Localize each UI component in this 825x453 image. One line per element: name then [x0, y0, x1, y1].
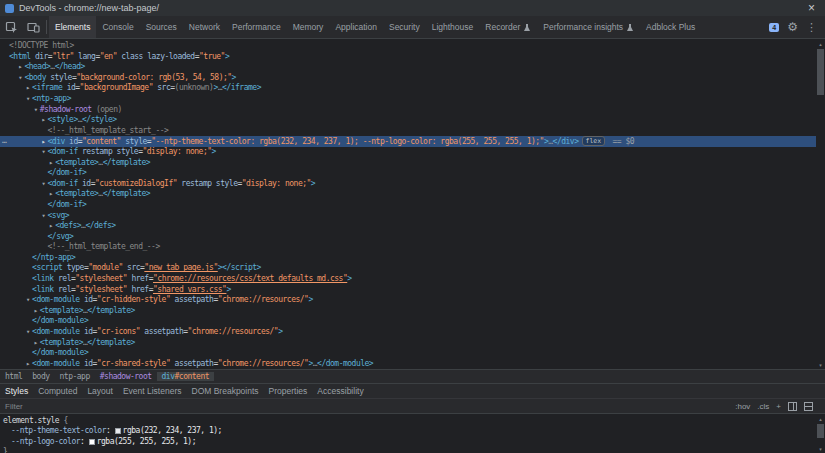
tab-memory[interactable]: Memory: [287, 16, 330, 38]
code-token: </template>: [87, 338, 134, 347]
scroll-down-icon[interactable]: ▾: [816, 444, 825, 453]
twisty-closed-icon[interactable]: ▸: [24, 83, 32, 94]
tab-network[interactable]: Network: [183, 16, 226, 38]
dom-tree-row[interactable]: ▾<ntp-app>: [0, 94, 816, 105]
twisty-closed-icon[interactable]: ▸: [32, 338, 40, 349]
twisty-open-icon[interactable]: ▾: [24, 327, 32, 338]
dom-tree-row[interactable]: ▸<defs>…</defs>: [0, 221, 816, 232]
styles-filter-input[interactable]: [0, 402, 180, 411]
dom-tree-row[interactable]: <link rel="stylesheet" href="chrome://re…: [0, 274, 816, 285]
styles-scrollbar[interactable]: ▴ ▾: [816, 414, 825, 453]
sidebar-tab-properties[interactable]: Properties: [264, 384, 313, 398]
dom-tree-row[interactable]: </dom-if>: [0, 200, 816, 211]
color-swatch[interactable]: [115, 428, 121, 434]
twisty-closed-icon[interactable]: ▸: [40, 115, 48, 126]
color-swatch[interactable]: [89, 439, 95, 445]
sidebar-tab-accessibility[interactable]: Accessibility: [312, 384, 368, 398]
new-style-rule-button[interactable]: +: [776, 402, 781, 411]
dom-tree-row[interactable]: ▾<svg>: [0, 211, 816, 222]
css-property-row[interactable]: --ntp-logo-color: rgba(255, 255, 255, 1)…: [3, 437, 816, 447]
twisty-open-icon[interactable]: ▾: [32, 105, 40, 116]
dom-tree-row[interactable]: ▾#shadow-root (open): [0, 105, 816, 116]
toggle-element-state-button[interactable]: :hov: [735, 402, 750, 411]
dom-tree-row[interactable]: <html dir="ltr" lang="en" class lazy-loa…: [0, 52, 816, 63]
dom-tree-row[interactable]: ▸<head>…</head>: [0, 62, 816, 73]
twisty-closed-icon[interactable]: ▸: [32, 306, 40, 317]
scrollbar-thumb[interactable]: [817, 49, 824, 95]
tab-performance[interactable]: Performance: [226, 16, 287, 38]
flex-badge[interactable]: flex: [582, 136, 606, 146]
sidebar-tab-computed[interactable]: Computed: [33, 384, 82, 398]
twisty-open-icon[interactable]: ▾: [24, 295, 32, 306]
dom-tree-row[interactable]: ▾<dom-if id="customizeDialogIf" restamp …: [0, 179, 816, 190]
dom-tree-row[interactable]: ▾<dom-module id="cr-icons" assetpath="ch…: [0, 327, 816, 338]
dom-tree-row[interactable]: ▾<dom-module id="cr-hidden-style" assetp…: [0, 295, 816, 306]
dom-tree-row[interactable]: ▸<template>…</template>: [0, 306, 816, 317]
dom-tree-row[interactable]: ▾<dom-if restamp style="display: none;">: [0, 147, 816, 158]
twisty-open-icon[interactable]: ▾: [40, 147, 48, 158]
twisty-closed-icon[interactable]: ▸: [47, 158, 55, 169]
computed-sidebar-toggle-icon[interactable]: [788, 402, 797, 411]
scrollbar-thumb[interactable]: [817, 424, 824, 438]
twisty-open-icon[interactable]: ▾: [40, 211, 48, 222]
element-classes-button[interactable]: .cls: [757, 402, 769, 411]
twisty-open-icon[interactable]: ▾: [24, 94, 32, 105]
dom-tree-row[interactable]: <link rel="stylesheet" href="shared_vars…: [0, 285, 816, 296]
dom-tree-row[interactable]: ▸<iframe id="backgroundImage" src=(unkno…: [0, 83, 816, 94]
dom-tree-row[interactable]: <!DOCTYPE html>: [0, 41, 816, 52]
dom-tree-row[interactable]: <!--_html_template_start_-->: [0, 126, 816, 137]
tab-application[interactable]: Application: [329, 16, 383, 38]
dom-tree-row[interactable]: </svg>: [0, 232, 816, 243]
dom-tree-row[interactable]: …▸<div id="content" style="--ntp-theme-t…: [0, 136, 816, 147]
scroll-up-icon[interactable]: ▴: [816, 414, 825, 423]
dom-tree-row[interactable]: ▸<style>…</style>: [0, 115, 816, 126]
dom-tree-row[interactable]: ▸<dom-module id="cr-shared-style" assetp…: [0, 359, 816, 369]
tab-recorder[interactable]: Recorder: [479, 16, 537, 38]
twisty-open-icon[interactable]: ▾: [40, 179, 48, 190]
dom-tree-row[interactable]: </dom-module>: [0, 316, 816, 327]
code-token: <svg>: [48, 211, 70, 220]
breadcrumb-item-ntp-app[interactable]: ntp-app: [55, 372, 95, 381]
code-token: </style>: [82, 115, 117, 124]
sidebar-tab-styles[interactable]: Styles: [0, 384, 33, 398]
tab-security[interactable]: Security: [383, 16, 426, 38]
twisty-closed-icon[interactable]: ▸: [24, 359, 32, 369]
scroll-up-icon[interactable]: ▴: [816, 39, 825, 48]
sidebar-tab-event-listeners[interactable]: Event Listeners: [118, 384, 187, 398]
dom-tree-row[interactable]: ▾<body style="background-color: rgb(53, …: [0, 73, 816, 84]
dom-tree-row[interactable]: <script type="module" src="new_tab_page.…: [0, 263, 816, 274]
dom-tree-row[interactable]: <!--_html_template_end_-->: [0, 242, 816, 253]
tab-adblock-plus[interactable]: Adblock Plus: [640, 16, 701, 38]
breadcrumb-item-html[interactable]: html: [0, 372, 27, 381]
device-toolbar-icon[interactable]: [22, 16, 44, 38]
inspect-icon[interactable]: [0, 16, 22, 38]
code-token: ntp-app: [60, 372, 90, 381]
dom-tree-row[interactable]: </dom-if>: [0, 168, 816, 179]
dom-tree-row[interactable]: </ntp-app>: [0, 253, 816, 264]
dom-tree-row[interactable]: ▸<template>…</template>: [0, 189, 816, 200]
window-close-button[interactable]: ×: [803, 2, 820, 14]
breadcrumb-item-body[interactable]: body: [27, 372, 54, 381]
scroll-down-icon[interactable]: ▾: [816, 360, 825, 369]
sidebar-tab-layout[interactable]: Layout: [82, 384, 118, 398]
dom-tree-row[interactable]: ▸<template>…</template>: [0, 338, 816, 349]
twisty-closed-icon[interactable]: ▸: [47, 189, 55, 200]
settings-gear-icon[interactable]: ⚙: [787, 21, 798, 33]
elements-scrollbar[interactable]: ▴ ▾: [816, 39, 825, 369]
tab-console[interactable]: Console: [96, 16, 139, 38]
sidebar-tab-dom-breakpoints[interactable]: DOM Breakpoints: [187, 384, 264, 398]
twisty-closed-icon[interactable]: ▸: [47, 221, 55, 232]
dom-tree-row[interactable]: ▸<template>…</template>: [0, 158, 816, 169]
breadcrumb-item-div-content[interactable]: div#content: [157, 372, 214, 381]
styles-pane-options-icon[interactable]: [804, 402, 813, 411]
tab-label: Security: [389, 22, 420, 32]
dom-tree-row[interactable]: </dom-module>: [0, 348, 816, 359]
tab-elements[interactable]: Elements: [49, 16, 96, 38]
tab-sources[interactable]: Sources: [140, 16, 183, 38]
console-messages-badge[interactable]: 4: [769, 23, 779, 32]
kebab-menu-icon[interactable]: ⋮: [806, 22, 817, 33]
breadcrumb-item--shadow-root[interactable]: #shadow-root: [95, 372, 157, 381]
css-property-row[interactable]: --ntp-theme-text-color: rgba(232, 234, 2…: [3, 426, 816, 436]
tab-lighthouse[interactable]: Lighthouse: [426, 16, 480, 38]
tab-performance-insights[interactable]: Performance insights: [537, 16, 640, 38]
